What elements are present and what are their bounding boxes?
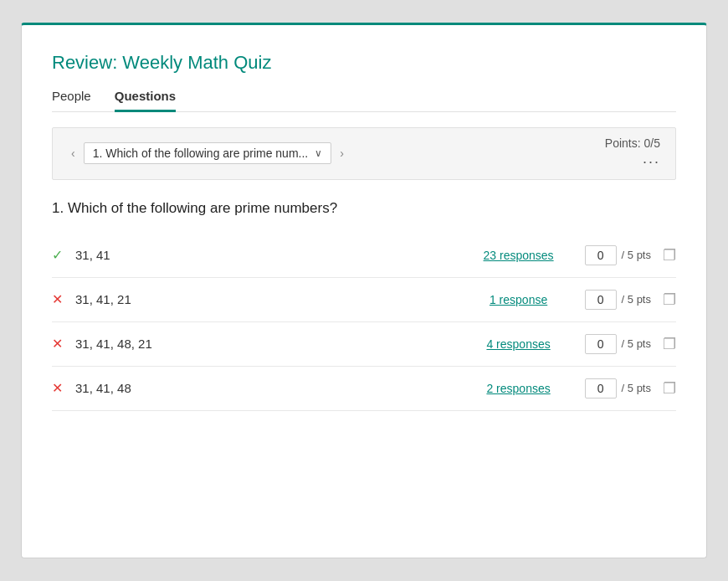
incorrect-icon: ✕ — [52, 380, 75, 396]
tab-people[interactable]: People — [52, 89, 91, 112]
correct-icon: ✓ — [52, 247, 75, 263]
points-label: Points: 0/5 — [605, 136, 660, 150]
incorrect-icon: ✕ — [52, 336, 75, 352]
answer-row: ✕ 31, 41, 21 1 response / 5 pts ❐ — [52, 278, 676, 322]
comment-icon[interactable]: ❐ — [663, 335, 676, 353]
question-selector-dropdown[interactable]: 1. Which of the following are prime num.… — [84, 142, 332, 164]
selected-question-label: 1. Which of the following are prime num.… — [93, 147, 309, 160]
answers-list: ✓ 31, 41 23 responses / 5 pts ❐ ✕ 31, 41… — [52, 234, 676, 411]
answer-row: ✕ 31, 41, 48, 21 4 responses / 5 pts ❐ — [52, 322, 676, 367]
answer-text: 31, 41, 48 — [75, 381, 473, 395]
answer-text: 31, 41 — [75, 248, 473, 262]
pts-suffix: / 5 pts — [622, 249, 651, 261]
pts-suffix: / 5 pts — [622, 382, 651, 394]
comment-icon[interactable]: ❐ — [663, 290, 676, 309]
answer-row: ✕ 31, 41, 48 2 responses / 5 pts ❐ — [52, 367, 676, 411]
question-nav-left: ‹ 1. Which of the following are prime nu… — [68, 142, 347, 164]
answer-row: ✓ 31, 41 23 responses / 5 pts ❐ — [52, 234, 676, 278]
pts-suffix: / 5 pts — [622, 337, 651, 350]
prev-question-arrow[interactable]: ‹ — [68, 145, 79, 162]
pts-suffix: / 5 pts — [622, 293, 651, 306]
comment-icon[interactable]: ❐ — [663, 246, 676, 265]
points-input[interactable] — [585, 334, 617, 354]
more-options-button[interactable]: ··· — [643, 153, 660, 171]
points-input-group: / 5 pts — [585, 290, 651, 310]
question-title: 1. Which of the following are prime numb… — [52, 200, 676, 217]
question-nav-right: Points: 0/5 ··· — [605, 136, 660, 171]
comment-icon[interactable]: ❐ — [663, 379, 676, 398]
incorrect-icon: ✕ — [52, 291, 75, 307]
points-input[interactable] — [585, 245, 617, 265]
chevron-down-icon: ∨ — [315, 147, 322, 159]
responses-link[interactable]: 1 response — [473, 293, 565, 306]
answer-text: 31, 41, 48, 21 — [75, 337, 473, 351]
next-question-arrow[interactable]: › — [336, 145, 347, 162]
responses-link[interactable]: 4 responses — [473, 337, 565, 351]
page-title: Review: Weekly Math Quiz — [52, 52, 676, 74]
points-input[interactable] — [585, 378, 617, 398]
review-card: Review: Weekly Math Quiz People Question… — [21, 23, 707, 558]
points-input-group: / 5 pts — [585, 378, 651, 398]
answer-text: 31, 41, 21 — [75, 292, 473, 306]
points-input-group: / 5 pts — [585, 245, 651, 265]
responses-link[interactable]: 2 responses — [473, 382, 565, 395]
points-input[interactable] — [585, 290, 617, 310]
tab-questions[interactable]: Questions — [115, 89, 176, 112]
tab-bar: People Questions — [52, 89, 676, 112]
responses-link[interactable]: 23 responses — [473, 249, 565, 262]
question-nav-bar: ‹ 1. Which of the following are prime nu… — [52, 127, 676, 180]
points-input-group: / 5 pts — [585, 334, 651, 354]
